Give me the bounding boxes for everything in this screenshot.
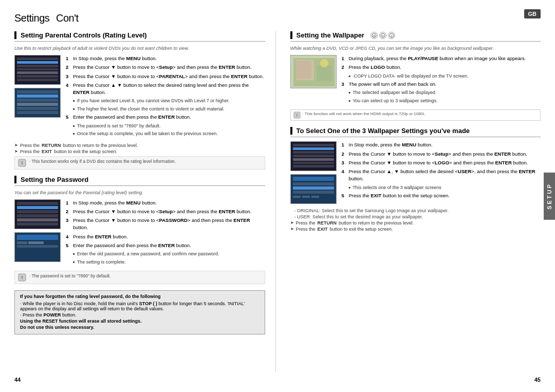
- main-content: Setting Parental Controls (Rating Level)…: [14, 31, 541, 371]
- tv-screen-parental-2: [15, 88, 60, 117]
- wallpaper-preview-img: [290, 55, 337, 88]
- select-wallpaper-section: To Select One of the 3 Wallpaper Setting…: [290, 127, 541, 232]
- wallpaper-bullet-3b: You can select up to 3 wallpaper setting…: [349, 98, 541, 105]
- page-title: Settings Con't: [14, 9, 79, 25]
- svg-text:!: !: [22, 275, 23, 280]
- page-container: Settings Con't GB Setting Parental Contr…: [0, 0, 555, 392]
- wallpaper-step-1: 1 During playback, press the PLAY/PAUSE …: [342, 55, 541, 62]
- tv-screen-select-1: [291, 142, 336, 171]
- page-num-right: 45: [534, 377, 541, 383]
- password-note-box: ! · The password is set to "7890" by def…: [14, 271, 265, 284]
- parental-step-5: 5 Enter the password and then press the …: [66, 114, 265, 121]
- parental-controls-title: Setting Parental Controls (Rating Level): [14, 31, 265, 39]
- parental-arrow-2: Press the EXIT button to exit the setup …: [14, 149, 265, 154]
- select-step-5: 5 Press the EXIT button to exit the setu…: [342, 192, 541, 199]
- wallpaper-steps-images: 1 During playback, press the PLAY/PAUSE …: [290, 55, 541, 105]
- wallpaper-icon-3: J: [388, 32, 395, 39]
- parental-note-text: · This function works only if a DVD disc…: [29, 159, 176, 167]
- wallpaper-note-icon: !: [293, 111, 301, 119]
- password-steps-list: 1 In Stop mode, press the MENU button. 2…: [66, 199, 265, 267]
- svg-text:D: D: [373, 34, 375, 37]
- password-step-2: 2 Press the Cursor ▼ button to move to <…: [66, 208, 265, 215]
- select-wallpaper-steps-list: 1 In Stop mode, press the MENU button. 2…: [342, 141, 541, 204]
- wallpaper-steps-list: 1 During playback, press the PLAY/PAUSE …: [342, 55, 541, 105]
- select-step-4: 4 Press the Cursor ▲, ▼ button select th…: [342, 168, 541, 183]
- select-wallpaper-screen-2: [290, 174, 337, 204]
- parental-steps-images: 1 In Stop mode, press the MENU button. 2…: [14, 55, 265, 139]
- parental-bullet-4a: If you have selected Level 8, you cannot…: [73, 98, 265, 105]
- setup-tab-container: SETUP: [544, 173, 555, 220]
- parental-step-1: 1 In Stop mode, press the MENU button.: [66, 55, 265, 62]
- left-column: Setting Parental Controls (Rating Level)…: [14, 31, 276, 371]
- password-step-5: 5 Enter the password and then press the …: [66, 242, 265, 249]
- title-suffix: Con't: [56, 12, 79, 24]
- select-wallpaper-steps-images: 1 In Stop mode, press the MENU button. 2…: [290, 141, 541, 204]
- forgotten-box-title: If you have forgotten the rating level p…: [20, 294, 260, 299]
- page-num-left: 44: [14, 377, 21, 383]
- parental-step-3: 3 Press the Cursor ▼ button to move to <…: [66, 73, 265, 80]
- tv-screen-password-2: [15, 233, 60, 262]
- password-subtitle: You can set the password for the Parenta…: [14, 190, 265, 195]
- parental-screen-images: [14, 55, 61, 139]
- wallpaper-bullet-3a: The selected wallpaper will be displayed…: [349, 89, 541, 97]
- select-step-3: 3 Press the Cursor ▼ button to move to <…: [342, 159, 541, 166]
- wallpaper-subtitle: While watching a DVD, VCD or JPEG CD, yo…: [290, 46, 541, 51]
- svg-text:J: J: [391, 34, 393, 37]
- wallpaper-note-text: · This function will not work when the H…: [303, 111, 425, 119]
- select-dash-2: USER: Select this to set the desired ima…: [290, 214, 541, 219]
- wallpaper-step-2: 2 Press the LOGO button.: [342, 64, 541, 71]
- forgotten-box: If you have forgotten the rating level p…: [14, 290, 265, 334]
- parental-note-box: ! · This function works only if a DVD di…: [14, 156, 265, 170]
- page-numbers: 44 45: [14, 377, 541, 383]
- forgotten-line-1: · While the player is in No Disc mode, h…: [20, 301, 260, 311]
- parental-subtitle: Use this to restrict playback of adult o…: [14, 46, 265, 51]
- password-step-4: 4 Press the ENTER button.: [66, 233, 265, 240]
- wallpaper-bullet-2a: ·COPY LOGO DATA· will be displayed on th…: [349, 73, 541, 80]
- forgotten-bold-2: Do not use this unless necessary.: [20, 325, 260, 330]
- password-step-3: 3 Press the Cursor ▼ button to move to <…: [66, 217, 265, 232]
- password-screen-2: [14, 232, 61, 262]
- parental-steps-list: 1 In Stop mode, press the MENU button. 2…: [66, 55, 265, 139]
- select-step-2: 2 Press the Cursor ▼ button to move to <…: [342, 151, 541, 158]
- wallpaper-icon-2: V: [379, 32, 386, 39]
- parental-step-2: 2 Press the Cursor ▼ button to move to <…: [66, 64, 265, 71]
- wallpaper-section: Setting the Wallpaper D V J Whil: [290, 31, 541, 121]
- svg-rect-12: [296, 60, 314, 80]
- password-section: Setting the Password You can set the pas…: [14, 176, 265, 285]
- right-column: Setting the Wallpaper D V J Whil: [288, 31, 541, 371]
- select-wallpaper-screen-1: [290, 141, 337, 171]
- password-screen-1: [14, 199, 61, 229]
- password-bullet-5b: The setting is complete.: [73, 259, 265, 266]
- note-icon: !: [18, 159, 26, 167]
- svg-text:V: V: [382, 34, 384, 37]
- parental-arrow-1: Press the RETURN button to return to the…: [14, 143, 265, 148]
- svg-rect-13: [317, 66, 332, 81]
- password-screen-images: [14, 199, 61, 267]
- svg-text:!: !: [22, 160, 23, 165]
- title-text: Settings: [14, 12, 49, 24]
- select-arrow-1: Press the RETURN button to return to the…: [290, 220, 541, 226]
- tv-screen-parental-1: [15, 55, 60, 84]
- forgotten-bold-1: Using the RESET function will erase all …: [20, 319, 260, 324]
- wallpaper-title: Setting the Wallpaper D V J: [290, 31, 541, 39]
- select-bullet-4a: This selects one of the 3 wallpaper scre…: [349, 184, 541, 192]
- parental-bullet-5a: The password is set to "7890" by default…: [73, 123, 265, 130]
- tv-screen-password-1: [15, 200, 60, 229]
- password-bullet-5a: Enter the old password, a new password, …: [73, 251, 265, 258]
- forgotten-line-2: · Press the POWER button.: [20, 312, 260, 318]
- select-arrow-2: Press the EXIT button to exit the setup …: [290, 227, 541, 232]
- select-wallpaper-screen-images: [290, 141, 337, 204]
- wallpaper-icon-1: D: [371, 32, 378, 39]
- select-wallpaper-title: To Select One of the 3 Wallpaper Setting…: [290, 127, 541, 135]
- parental-controls-section: Setting Parental Controls (Rating Level)…: [14, 31, 265, 170]
- password-step-1: 1 In Stop mode, press the MENU button.: [66, 199, 265, 207]
- gb-badge: GB: [524, 9, 541, 18]
- password-note-icon: !: [18, 273, 26, 282]
- page-header: Settings Con't GB: [14, 9, 541, 25]
- password-steps-images: 1 In Stop mode, press the MENU button. 2…: [14, 199, 265, 267]
- parental-bullet-4b: The higher the level, the closer the con…: [73, 106, 265, 113]
- wallpaper-step-3: 3 The power will turn off and then back …: [342, 81, 541, 88]
- wallpaper-icons: D V J: [371, 32, 395, 39]
- password-note-text: · The password is set to "7890" by defau…: [29, 273, 111, 282]
- wallpaper-note-box: ! · This function will not work when the…: [290, 109, 541, 121]
